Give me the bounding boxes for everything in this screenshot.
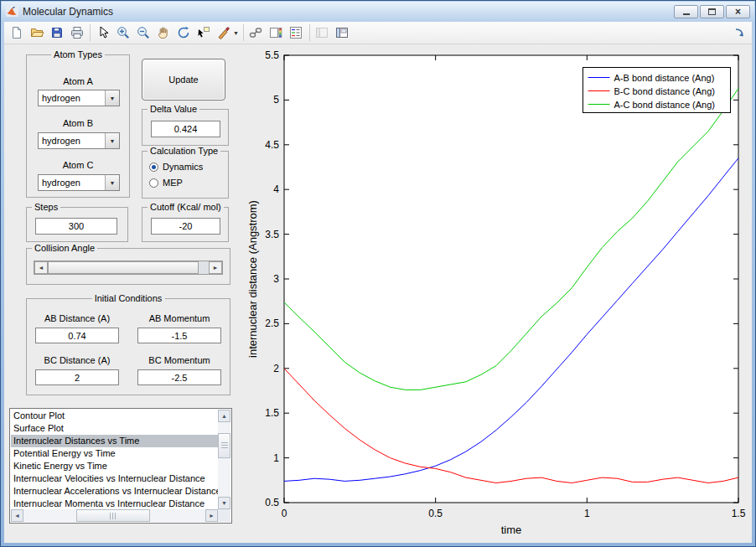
zoom-in-button[interactable]: [113, 23, 132, 43]
legend-label: B-C bond distance (Ang): [614, 86, 715, 96]
update-button[interactable]: Update: [142, 59, 225, 101]
zoom-out-button[interactable]: [133, 23, 153, 43]
scroll-right-icon[interactable]: ►: [205, 509, 218, 522]
atom-b-dropdown[interactable]: hydrogen ▼: [38, 132, 120, 149]
vertical-scrollbar[interactable]: ▲ ▼: [218, 410, 230, 509]
y-tick-label: 3.5: [265, 229, 279, 240]
delta-value-input[interactable]: [151, 121, 220, 137]
save-figure-button[interactable]: [47, 23, 66, 43]
brush-dropdown-arrow-icon[interactable]: ▼: [233, 30, 239, 36]
plot-axes: 00.511.50.511.522.533.544.555.5timeinter…: [244, 44, 753, 544]
open-file-icon: [30, 26, 44, 39]
ab-distance-label: AB Distance (A): [35, 313, 119, 323]
atom-types-title: Atom Types: [51, 49, 105, 59]
scroll-down-icon[interactable]: ▼: [218, 497, 230, 509]
brush-button[interactable]: [214, 23, 233, 43]
list-item[interactable]: Internuclear Velocities vs Internuclear …: [11, 472, 218, 485]
toolbar-separator: [90, 24, 91, 41]
list-item[interactable]: Contour Plot: [11, 410, 218, 422]
link-plot-button[interactable]: [246, 23, 266, 43]
zoom-in-icon: [117, 26, 130, 39]
new-figure-button[interactable]: [7, 23, 26, 43]
insert-colorbar-icon: [269, 26, 282, 39]
pan-button[interactable]: [153, 23, 173, 43]
atom-b-label: Atom B: [27, 118, 129, 128]
insert-legend-button[interactable]: [287, 23, 306, 43]
slider-left-arrow-icon[interactable]: ◄: [34, 261, 48, 274]
rotate-3d-icon: [177, 26, 190, 39]
save-figure-icon: [50, 26, 64, 39]
list-item[interactable]: Kinetic Energy vs Time: [11, 460, 218, 472]
scrollbar-thumb[interactable]: [76, 509, 150, 522]
list-item[interactable]: Surface Plot: [11, 422, 218, 435]
maximize-button[interactable]: [700, 5, 724, 18]
insert-colorbar-button[interactable]: [267, 23, 286, 43]
y-tick-label: 2.5: [265, 317, 279, 329]
cutoff-input[interactable]: [151, 218, 220, 235]
close-button[interactable]: ×: [726, 5, 750, 18]
collision-angle-slider[interactable]: ◄ ►: [34, 261, 223, 275]
scrollbar-corner: [218, 509, 230, 522]
chevron-down-icon[interactable]: ▼: [105, 175, 119, 190]
legend-label: A-B bond distance (Ang): [614, 73, 715, 83]
scroll-up-icon[interactable]: ▲: [218, 410, 230, 422]
x-tick-label: 1.5: [732, 508, 746, 519]
toolbar-separator: [243, 24, 244, 41]
y-tick-label: 2: [273, 363, 279, 374]
atom-c-dropdown[interactable]: hydrogen ▼: [38, 174, 120, 191]
radio-dynamics[interactable]: Dynamics: [149, 162, 203, 172]
atom-c-value: hydrogen: [39, 178, 105, 188]
list-item[interactable]: Internuclear Distances vs Time: [11, 435, 218, 447]
y-tick-label: 5: [273, 94, 279, 106]
bc-momentum-input[interactable]: [137, 369, 221, 385]
slider-thumb[interactable]: [48, 261, 199, 274]
hide-plot-tools-icon: [315, 26, 329, 39]
radio-icon: [149, 178, 158, 188]
chevron-down-icon[interactable]: ▼: [105, 133, 119, 148]
radio-dynamics-label: Dynamics: [163, 162, 203, 172]
y-tick-label: 5.5: [265, 49, 279, 61]
hide-plot-tools-button: [313, 23, 332, 43]
delta-value-title: Delta Value: [148, 104, 199, 114]
scroll-left-icon[interactable]: ◄: [11, 509, 23, 522]
print-figure-icon: [70, 26, 84, 39]
list-items: Contour PlotSurface PlotInternuclear Dis…: [11, 410, 218, 509]
data-cursor-button[interactable]: [194, 23, 213, 43]
initial-conditions-title: Initial Conditions: [92, 293, 165, 303]
radio-mep[interactable]: MEP: [149, 178, 183, 188]
print-figure-button[interactable]: [67, 23, 86, 43]
pan-icon: [157, 26, 170, 39]
minimize-button[interactable]: [674, 5, 698, 18]
close-icon: ×: [735, 7, 741, 17]
list-item[interactable]: Internuclear Accelerations vs Internucle…: [11, 485, 218, 498]
dock-figure-button[interactable]: [729, 23, 748, 43]
steps-panel: Steps: [26, 207, 128, 242]
collision-angle-panel: Collision Angle ◄ ►: [26, 248, 230, 285]
y-tick-label: 4.5: [265, 139, 279, 151]
edit-plot-button[interactable]: [93, 23, 112, 43]
list-item[interactable]: Internuclear Momenta vs Internuclear Dis…: [11, 498, 218, 509]
show-plot-tools-button[interactable]: [333, 23, 352, 43]
link-plot-icon: [249, 26, 262, 39]
scrollbar-thumb[interactable]: [218, 433, 230, 458]
x-axis-label: time: [501, 524, 522, 536]
atom-c-label: Atom C: [27, 160, 129, 170]
steps-input[interactable]: [35, 218, 117, 235]
ab-distance-input[interactable]: [35, 328, 119, 343]
x-tick-label: 0: [282, 508, 287, 519]
list-item[interactable]: Potential Energy vs Time: [11, 447, 218, 460]
rotate-3d-button[interactable]: [173, 23, 193, 43]
y-axis-label: internuclear distance (Angstrom): [246, 200, 259, 358]
atom-a-dropdown[interactable]: hydrogen ▼: [38, 90, 120, 106]
chevron-down-icon[interactable]: ▼: [105, 90, 119, 106]
horizontal-scrollbar[interactable]: ◄ ►: [11, 509, 218, 522]
y-tick-label: 3: [273, 273, 279, 285]
open-file-button[interactable]: [27, 23, 46, 43]
ab-momentum-input[interactable]: [137, 328, 221, 343]
bc-distance-input[interactable]: [35, 369, 119, 385]
slider-right-arrow-icon[interactable]: ►: [209, 261, 222, 274]
maximize-icon: [708, 8, 716, 15]
steps-title: Steps: [32, 202, 60, 212]
y-tick-label: 1.5: [265, 407, 279, 419]
show-plot-tools-icon: [335, 26, 349, 39]
